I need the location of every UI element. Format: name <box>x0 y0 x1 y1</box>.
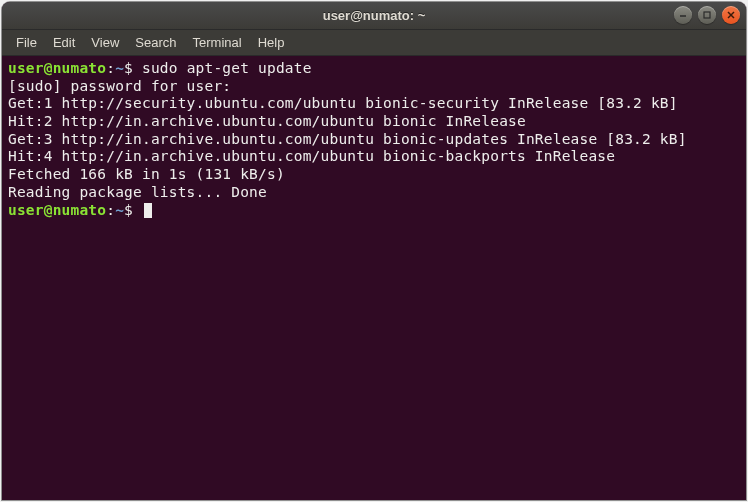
output-line: Reading package lists... Done <box>8 184 267 200</box>
menu-view[interactable]: View <box>83 31 127 54</box>
window-controls <box>674 6 740 24</box>
command-text: sudo apt-get update <box>142 60 312 76</box>
output-line: [sudo] password for user: <box>8 78 231 94</box>
close-icon <box>726 10 736 20</box>
menu-terminal[interactable]: Terminal <box>185 31 250 54</box>
close-button[interactable] <box>722 6 740 24</box>
output-line: Get:1 http://security.ubuntu.com/ubuntu … <box>8 95 678 111</box>
menu-file[interactable]: File <box>8 31 45 54</box>
minimize-button[interactable] <box>674 6 692 24</box>
prompt-colon: : <box>106 60 115 76</box>
maximize-button[interactable] <box>698 6 716 24</box>
prompt-symbol-2: $ <box>124 202 133 218</box>
maximize-icon <box>702 10 712 20</box>
window-title: user@numato: ~ <box>323 8 426 23</box>
output-line: Hit:2 http://in.archive.ubuntu.com/ubunt… <box>8 113 526 129</box>
prompt-path-2: ~ <box>115 202 124 218</box>
cursor <box>144 203 152 218</box>
output-line: Hit:4 http://in.archive.ubuntu.com/ubunt… <box>8 148 615 164</box>
prompt-user-host: user@numato <box>8 60 106 76</box>
menubar: File Edit View Search Terminal Help <box>2 30 746 56</box>
titlebar: user@numato: ~ <box>2 2 746 30</box>
minimize-icon <box>678 10 688 20</box>
terminal-body[interactable]: user@numato:~$ sudo apt-get update [sudo… <box>2 56 746 500</box>
terminal-window: user@numato: ~ File Edit View Search Ter… <box>2 2 746 500</box>
menu-edit[interactable]: Edit <box>45 31 83 54</box>
prompt-path: ~ <box>115 60 124 76</box>
prompt-symbol: $ <box>124 60 133 76</box>
output-line: Fetched 166 kB in 1s (131 kB/s) <box>8 166 285 182</box>
prompt-colon-2: : <box>106 202 115 218</box>
menu-search[interactable]: Search <box>127 31 184 54</box>
menu-help[interactable]: Help <box>250 31 293 54</box>
output-line: Get:3 http://in.archive.ubuntu.com/ubunt… <box>8 131 687 147</box>
svg-rect-1 <box>704 12 710 18</box>
prompt-user-host-2: user@numato <box>8 202 106 218</box>
